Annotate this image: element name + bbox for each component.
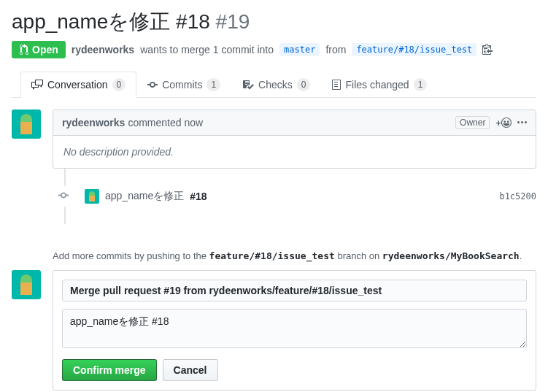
tab-files-label: Files changed (345, 79, 409, 91)
comment-action: commented now (128, 117, 203, 128)
timeline-connector (64, 207, 66, 224)
comment-box: rydeenworks commented now Owner + No des… (53, 109, 536, 169)
merge-text-1: wants to merge 1 commit into (140, 44, 274, 55)
avatar[interactable] (12, 270, 41, 299)
merge-timeline: Confirm merge Cancel (12, 270, 536, 391)
hint-middle: branch on (335, 250, 382, 261)
commit-sha[interactable]: b1c5200 (499, 191, 536, 201)
comment-body: No description provided. (53, 136, 536, 168)
commit-issue-ref[interactable]: #18 (190, 191, 207, 202)
pr-meta: Open rydeenworks wants to merge 1 commit… (12, 41, 536, 58)
head-branch[interactable]: feature/#18/issue_test (352, 43, 476, 56)
base-branch[interactable]: master (279, 43, 320, 56)
pr-title: app_nameを修正 #18 #19 (12, 9, 536, 35)
tab-commits[interactable]: Commits 1 (136, 72, 231, 97)
tab-files-count: 1 (414, 78, 428, 91)
comment-discussion-icon (31, 79, 43, 91)
state-label: Open (32, 44, 58, 55)
commit-avatar[interactable] (85, 189, 99, 204)
hint-branch: feature/#18/issue_test (209, 250, 335, 261)
tab-conversation-count: 0 (112, 78, 126, 91)
merge-title-input[interactable] (62, 280, 527, 301)
pr-title-text: app_nameを修正 #18 (12, 10, 210, 33)
tab-commits-count: 1 (207, 78, 220, 91)
cancel-button[interactable]: Cancel (163, 359, 218, 381)
merge-text-2: from (325, 44, 346, 55)
comment-author[interactable]: rydeenworks (62, 117, 125, 128)
avatar[interactable] (12, 109, 41, 139)
tab-conversation[interactable]: Conversation 0 (20, 72, 136, 98)
merge-form: Confirm merge Cancel (53, 270, 536, 391)
tabnav: Conversation 0 Commits 1 Checks 0 Files … (12, 72, 536, 98)
file-diff-icon (332, 79, 341, 91)
kebab-menu[interactable] (517, 117, 527, 128)
kebab-icon (517, 117, 527, 128)
timeline-connector (64, 169, 66, 186)
tab-checks-label: Checks (258, 79, 293, 91)
tab-checks[interactable]: Checks 0 (231, 72, 321, 97)
git-pull-request-icon (19, 44, 29, 55)
tab-commits-label: Commits (162, 79, 202, 91)
smiley-icon (501, 118, 512, 128)
pr-number: #19 (216, 10, 250, 33)
git-commit-icon (147, 79, 158, 91)
comment-header: rydeenworks commented now Owner + (53, 110, 536, 136)
copy-icon[interactable] (482, 43, 493, 57)
hint-repo: rydeenworks/MyBookSearch (382, 250, 520, 261)
confirm-merge-button[interactable]: Confirm merge (62, 359, 157, 381)
hint-prefix: Add more commits by pushing to the (53, 250, 209, 261)
owner-badge: Owner (455, 116, 490, 129)
state-badge-open: Open (12, 41, 66, 58)
commit-row: app_nameを修正 #18 b1c5200 (12, 186, 536, 207)
merge-description-textarea[interactable] (62, 309, 527, 348)
checklist-icon (242, 79, 254, 91)
timeline-comment: rydeenworks commented now Owner + No des… (12, 109, 536, 169)
tab-conversation-label: Conversation (47, 79, 108, 91)
commit-dot-icon (58, 190, 69, 204)
push-hint: Add more commits by pushing to the featu… (53, 250, 536, 261)
tab-checks-count: 0 (297, 78, 311, 91)
add-reaction-button[interactable]: + (495, 118, 512, 128)
hint-suffix: . (520, 250, 522, 261)
commit-message[interactable]: app_nameを修正 (105, 190, 184, 203)
pr-author[interactable]: rydeenworks (72, 44, 134, 55)
tab-files[interactable]: Files changed 1 (321, 72, 438, 97)
